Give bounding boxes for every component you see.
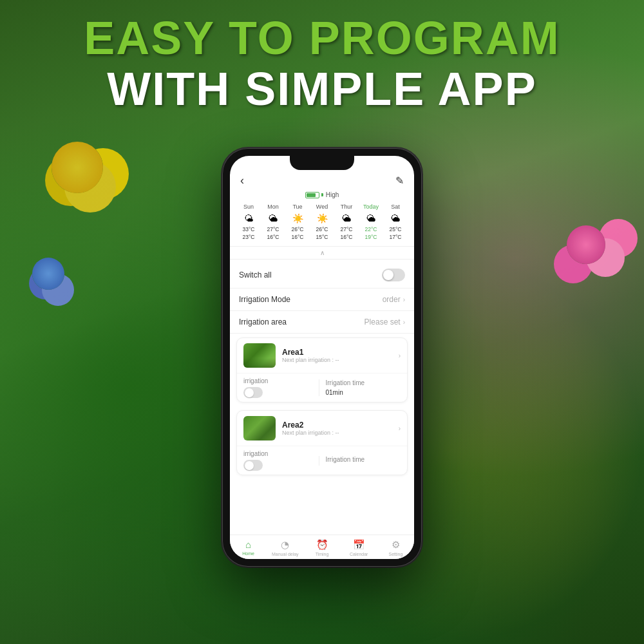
weather-icon-mon: 🌥: [261, 213, 285, 223]
day-sun: Sun: [236, 202, 261, 211]
timing-icon: ⏰: [316, 539, 328, 551]
day-mon: Mon: [261, 202, 285, 211]
low-today: 19°C: [359, 233, 383, 241]
low-thur: 16°C: [334, 233, 359, 241]
nav-home-label: Home: [242, 551, 254, 556]
area2-next-plan: Next plan irrigation : --: [282, 430, 392, 436]
area2-name: Area2: [282, 421, 392, 430]
irrigation-mode-value-container: order ›: [383, 295, 405, 304]
area2-info: Area2 Next plan irrigation : --: [282, 421, 392, 436]
area1-name: Area1: [282, 348, 392, 357]
flower-decoration-blue: [32, 258, 64, 290]
headline-line2: WITH SIMPLE APP: [0, 64, 644, 115]
bottom-nav: ⌂ Home ◔ Manual delay ⏰ Timing 📅 Calenda…: [230, 535, 414, 559]
scroll-indicator: ∧: [230, 249, 414, 256]
irrigation-area-row[interactable]: Irrigation area Please set ›: [230, 311, 414, 334]
nav-calendar-label: Calendar: [350, 552, 368, 556]
area2-thumbnail: [243, 416, 276, 440]
nav-manual-delay[interactable]: ◔ Manual delay: [267, 539, 303, 556]
area2-irrigation-label: irrigation: [243, 450, 319, 457]
weather-section: Sun Mon Tue Wed Thur Today Sat 🌤 🌥 ☀️ ☀️…: [230, 200, 414, 243]
divider-2: [230, 259, 414, 260]
irrigation-mode-label: Irrigation Mode: [239, 295, 290, 304]
area2-card: Area2 Next plan irrigation : -- › irriga…: [236, 410, 408, 475]
nav-calendar[interactable]: 📅 Calendar: [341, 539, 377, 556]
area1-irrigation-toggle-container: irrigation: [243, 377, 319, 398]
nav-timing-label: Timing: [316, 552, 329, 556]
low-sat: 17°C: [383, 233, 408, 241]
weather-icon-sat: 🌥: [383, 213, 408, 223]
toggle-knob: [383, 270, 393, 280]
nav-setting-label: Setting: [389, 552, 403, 556]
weather-low-temps: 23°C 16°C 16°C 15°C 16°C 19°C 17°C: [236, 233, 408, 241]
high-thur: 27°C: [334, 225, 359, 233]
weather-icon-wed: ☀️: [310, 213, 334, 223]
phone-body: ‹ ✎ High Sun Mon Tue: [222, 148, 422, 567]
divider-1: [230, 246, 414, 247]
area1-header[interactable]: Area1 Next plan irrigation : -- ›: [237, 338, 407, 374]
area2-irrigation-toggle-container: irrigation: [243, 450, 319, 471]
day-sat: Sat: [383, 202, 408, 211]
area2-chevron: ›: [399, 425, 401, 432]
area1-controls: irrigation Irrigation time 01min: [237, 374, 407, 402]
weather-days-row: Sun Mon Tue Wed Thur Today Sat: [236, 202, 408, 211]
area1-info: Area1 Next plan irrigation : --: [282, 348, 392, 363]
flower-decoration-pink: [567, 225, 605, 264]
back-arrow-icon[interactable]: ‹: [240, 174, 244, 187]
weather-icon-tue: ☀️: [285, 213, 310, 223]
area1-thumbnail: [243, 343, 276, 368]
battery-tip: [321, 193, 323, 196]
battery-indicator: High: [230, 190, 414, 200]
low-mon: 16°C: [261, 233, 285, 241]
phone-mockup: ‹ ✎ High Sun Mon Tue: [222, 148, 422, 567]
area1-card: Area1 Next plan irrigation : -- › irriga…: [236, 337, 408, 402]
weather-high-temps: 33°C 27°C 26°C 26°C 27°C 22°C 25°C: [236, 225, 408, 233]
phone-screen: ‹ ✎ High Sun Mon Tue: [230, 156, 414, 559]
low-tue: 16°C: [285, 233, 310, 241]
home-icon: ⌂: [245, 539, 251, 550]
area2-toggle-knob: [245, 461, 254, 470]
flower-decoration-yellow: [52, 142, 103, 193]
nav-setting[interactable]: ⚙ Setting: [377, 539, 414, 556]
area1-image: [243, 343, 276, 368]
day-wed: Wed: [310, 202, 334, 211]
area2-time-container[interactable]: Irrigation time: [319, 456, 401, 466]
high-tue: 26°C: [285, 225, 310, 233]
day-tue: Tue: [285, 202, 310, 211]
area1-next-plan: Next plan irrigation : --: [282, 357, 392, 363]
irrigation-mode-value: order: [383, 295, 401, 304]
switch-all-toggle[interactable]: [382, 269, 405, 281]
area1-time-label: Irrigation time: [326, 379, 401, 386]
switch-all-row[interactable]: Switch all: [230, 262, 414, 289]
area2-irrigation-toggle[interactable]: [243, 460, 263, 471]
screen-content: ‹ ✎ High Sun Mon Tue: [230, 156, 414, 559]
battery-label: High: [326, 191, 339, 198]
area1-time-container[interactable]: Irrigation time 01min: [319, 379, 401, 396]
battery-bar: [305, 192, 319, 198]
low-wed: 15°C: [310, 233, 334, 241]
battery-fill: [307, 193, 316, 197]
headline: EASY TO PROGRAM WITH SIMPLE APP: [0, 13, 644, 115]
nav-home[interactable]: ⌂ Home: [230, 539, 267, 556]
area2-header[interactable]: Area2 Next plan irrigation : -- ›: [237, 411, 407, 446]
nav-timing[interactable]: ⏰ Timing: [303, 539, 340, 556]
high-wed: 26°C: [310, 225, 334, 233]
edit-icon[interactable]: ✎: [395, 175, 404, 187]
calendar-icon: 📅: [353, 539, 365, 551]
area1-irrigation-label: irrigation: [243, 377, 319, 384]
irrigation-mode-chevron: ›: [403, 296, 405, 303]
phone-notch: [290, 156, 354, 170]
area1-chevron: ›: [399, 352, 401, 359]
irrigation-area-value: Please set: [365, 317, 401, 327]
irrigation-area-label: Irrigation area: [239, 317, 287, 327]
headline-line1: EASY TO PROGRAM: [0, 13, 644, 64]
area2-image: [243, 416, 276, 440]
high-sat: 25°C: [383, 225, 408, 233]
area1-toggle-knob: [245, 388, 254, 397]
area2-time-label: Irrigation time: [326, 456, 401, 463]
nav-manual-label: Manual delay: [272, 552, 299, 556]
weather-icon-sun: 🌤: [236, 213, 261, 223]
switch-all-label: Switch all: [239, 270, 272, 279]
irrigation-mode-row[interactable]: Irrigation Mode order ›: [230, 289, 414, 311]
area1-irrigation-toggle[interactable]: [243, 387, 263, 398]
